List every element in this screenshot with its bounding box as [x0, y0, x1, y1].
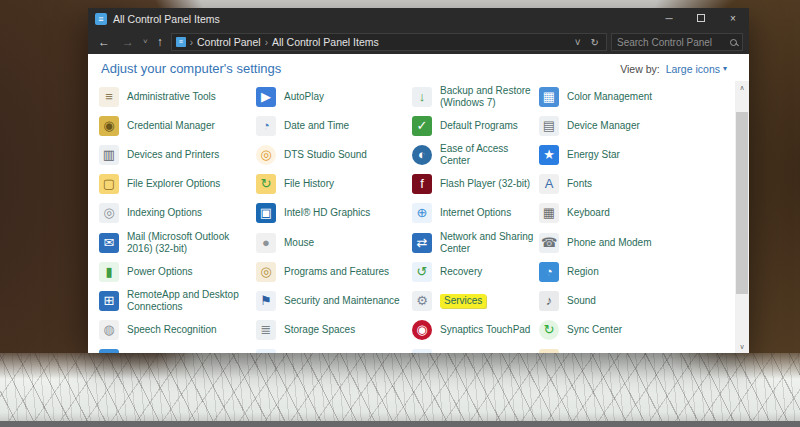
- item-network-and-sharing-center[interactable]: ⇄ Network and Sharing Center: [412, 228, 539, 257]
- view-by-caret-icon[interactable]: ▾: [723, 64, 727, 73]
- search-icon[interactable]: [730, 39, 737, 46]
- item-internet-options[interactable]: ⊕ Internet Options: [412, 199, 539, 228]
- item-power-options[interactable]: ▮ Power Options: [99, 257, 256, 286]
- item-sound[interactable]: ♪ Sound: [539, 286, 733, 315]
- item-ease-of-access-center[interactable]: ◐ Ease of Access Center: [412, 140, 539, 169]
- window-title: All Control Panel Items: [113, 13, 653, 25]
- scroll-up-icon[interactable]: ∧: [739, 81, 744, 94]
- item-file-explorer-options[interactable]: ▢ File Explorer Options: [99, 170, 256, 199]
- programs-and-features-label: Programs and Features: [284, 266, 389, 278]
- item-default-programs[interactable]: ✓ Default Programs: [412, 111, 539, 140]
- item-administrative-tools[interactable]: ≡ Administrative Tools: [99, 82, 256, 111]
- storage-spaces-icon: ≣: [256, 320, 276, 340]
- search-input[interactable]: [617, 37, 726, 48]
- content-area: Adjust your computer's settings View by:…: [88, 54, 749, 353]
- item-troubleshooting[interactable]: ▣ Troubleshooting: [412, 345, 539, 353]
- item-mail-microsoft-outlook-2016-32-bit[interactable]: ✉ Mail (Microsoft Outlook 2016) (32-bit): [99, 228, 256, 257]
- scrollbar-track[interactable]: [735, 94, 749, 340]
- autoplay-icon: ▶: [256, 87, 276, 107]
- item-region[interactable]: ◔ Region: [539, 257, 733, 286]
- region-label: Region: [567, 266, 599, 278]
- phone-and-modem-icon: ☎: [539, 233, 559, 253]
- item-user-accounts[interactable]: ☻ User Accounts: [539, 345, 733, 353]
- sync-center-label: Sync Center: [567, 324, 622, 336]
- address-dropdown-icon[interactable]: ˅: [572, 37, 584, 48]
- item-synaptics-touchpad[interactable]: ◉ Synaptics TouchPad: [412, 316, 539, 345]
- taskbar-and-navigation-icon: ▭: [256, 349, 276, 353]
- speech-recognition-label: Speech Recognition: [127, 324, 217, 336]
- item-services[interactable]: ⚙ Services: [412, 286, 539, 315]
- indexing-options-icon: ◎: [99, 203, 119, 223]
- user-accounts-icon: ☻: [539, 349, 559, 353]
- item-programs-and-features[interactable]: ◎ Programs and Features: [256, 257, 412, 286]
- item-speech-recognition[interactable]: ◍ Speech Recognition: [99, 316, 256, 345]
- forward-icon[interactable]: →: [118, 31, 138, 53]
- item-fonts[interactable]: A Fonts: [539, 170, 733, 199]
- sound-icon: ♪: [539, 291, 559, 311]
- item-phone-and-modem[interactable]: ☎ Phone and Modem: [539, 228, 733, 257]
- item-date-and-time[interactable]: ◔ Date and Time: [256, 111, 412, 140]
- internet-options-icon: ⊕: [412, 203, 432, 223]
- item-sync-center[interactable]: ↻ Sync Center: [539, 316, 733, 345]
- item-intel-hd-graphics[interactable]: ▣ Intel® HD Graphics: [256, 199, 412, 228]
- history-dropdown-icon[interactable]: ˅: [142, 31, 149, 53]
- item-recovery[interactable]: ↺ Recovery: [412, 257, 539, 286]
- item-color-management[interactable]: ▦ Color Management: [539, 82, 733, 111]
- breadcrumb-control-panel-icon: ≡: [176, 37, 186, 47]
- backup-and-restore-windows-7-label: Backup and Restore (Windows 7): [440, 85, 539, 109]
- close-button[interactable]: ×: [717, 8, 749, 30]
- item-taskbar-and-navigation[interactable]: ▭ Taskbar and Navigation: [256, 345, 412, 353]
- administrative-tools-label: Administrative Tools: [127, 91, 216, 103]
- maximize-button[interactable]: [685, 8, 717, 30]
- item-flash-player-32-bit[interactable]: f Flash Player (32-bit): [412, 170, 539, 199]
- item-devices-and-printers[interactable]: ▥ Devices and Printers: [99, 140, 256, 169]
- energy-star-icon: ★: [539, 145, 559, 165]
- indexing-options-label: Indexing Options: [127, 207, 202, 219]
- flash-player-32-bit-icon: f: [412, 174, 432, 194]
- speech-recognition-icon: ◍: [99, 320, 119, 340]
- item-backup-and-restore-windows-7[interactable]: ↓ Backup and Restore (Windows 7): [412, 82, 539, 111]
- item-credential-manager[interactable]: ◉ Credential Manager: [99, 111, 256, 140]
- region-icon: ◔: [539, 262, 559, 282]
- backup-and-restore-windows-7-icon: ↓: [412, 87, 432, 107]
- devices-and-printers-label: Devices and Printers: [127, 149, 219, 161]
- device-manager-label: Device Manager: [567, 120, 640, 132]
- phone-and-modem-label: Phone and Modem: [567, 237, 652, 249]
- scrollbar-thumb[interactable]: [736, 112, 748, 294]
- item-storage-spaces[interactable]: ≣ Storage Spaces: [256, 316, 412, 345]
- item-system[interactable]: ✓ System: [99, 345, 256, 353]
- breadcrumb-separator-icon: ›: [265, 37, 268, 48]
- item-autoplay[interactable]: ▶ AutoPlay: [256, 82, 412, 111]
- date-and-time-icon: ◔: [256, 116, 276, 136]
- up-icon[interactable]: ↑: [153, 31, 167, 53]
- view-by-dropdown[interactable]: Large icons: [666, 63, 720, 75]
- breadcrumb-all-items[interactable]: All Control Panel Items: [272, 36, 379, 48]
- refresh-icon[interactable]: ↻: [588, 37, 602, 48]
- item-device-manager[interactable]: ▤ Device Manager: [539, 111, 733, 140]
- item-file-history[interactable]: ↻ File History: [256, 170, 412, 199]
- system-icon: ✓: [99, 349, 119, 353]
- breadcrumb[interactable]: ≡ › Control Panel › All Control Panel It…: [171, 33, 607, 51]
- item-security-and-maintenance[interactable]: ⚑ Security and Maintenance: [256, 286, 412, 315]
- minimize-button[interactable]: ─: [653, 8, 685, 30]
- items-grid: ≡ Administrative Tools ▶ AutoPlay ↓ Back…: [88, 80, 749, 353]
- scroll-down-icon[interactable]: ∨: [739, 340, 744, 353]
- search-box[interactable]: [611, 33, 743, 51]
- item-energy-star[interactable]: ★ Energy Star: [539, 140, 733, 169]
- power-options-label: Power Options: [127, 266, 193, 278]
- services-icon: ⚙: [412, 291, 432, 311]
- item-keyboard[interactable]: ▦ Keyboard: [539, 199, 733, 228]
- vertical-scrollbar[interactable]: ∧ ∨: [735, 81, 749, 353]
- administrative-tools-icon: ≡: [99, 87, 119, 107]
- date-and-time-label: Date and Time: [284, 120, 349, 132]
- breadcrumb-control-panel[interactable]: Control Panel: [197, 36, 261, 48]
- item-remoteapp-and-desktop-connections[interactable]: ⊞ RemoteApp and Desktop Connections: [99, 286, 256, 315]
- autoplay-label: AutoPlay: [284, 91, 324, 103]
- item-indexing-options[interactable]: ◎ Indexing Options: [99, 199, 256, 228]
- title-bar[interactable]: ≡ All Control Panel Items ─ ×: [88, 8, 749, 30]
- item-mouse[interactable]: ● Mouse: [256, 228, 412, 257]
- synaptics-touchpad-icon: ◉: [412, 320, 432, 340]
- keyboard-icon: ▦: [539, 203, 559, 223]
- item-dts-studio-sound[interactable]: ◎ DTS Studio Sound: [256, 140, 412, 169]
- back-icon[interactable]: ←: [94, 31, 114, 53]
